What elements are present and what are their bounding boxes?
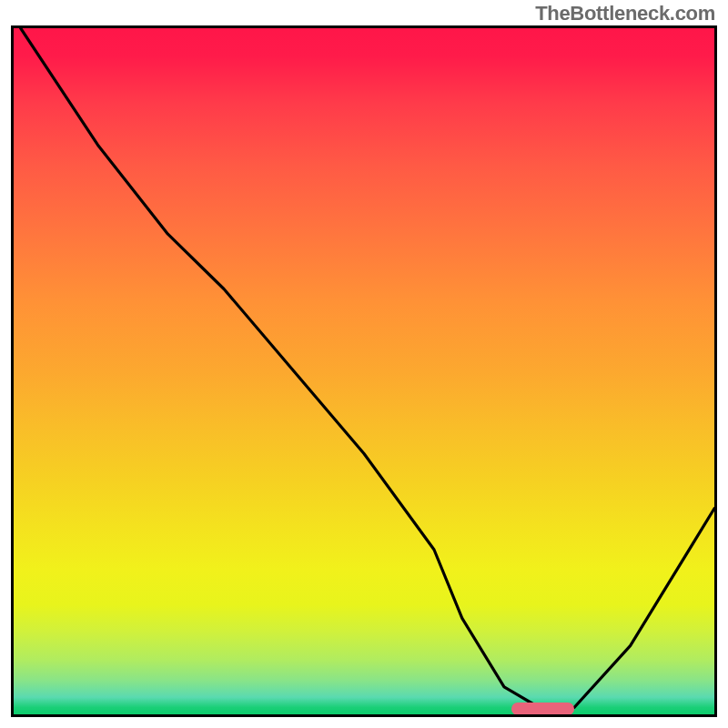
chart-frame <box>11 25 717 717</box>
watermark-text: TheBottleneck.com <box>535 2 715 25</box>
minimum-marker <box>511 703 574 715</box>
chart-gradient-background <box>14 28 714 714</box>
